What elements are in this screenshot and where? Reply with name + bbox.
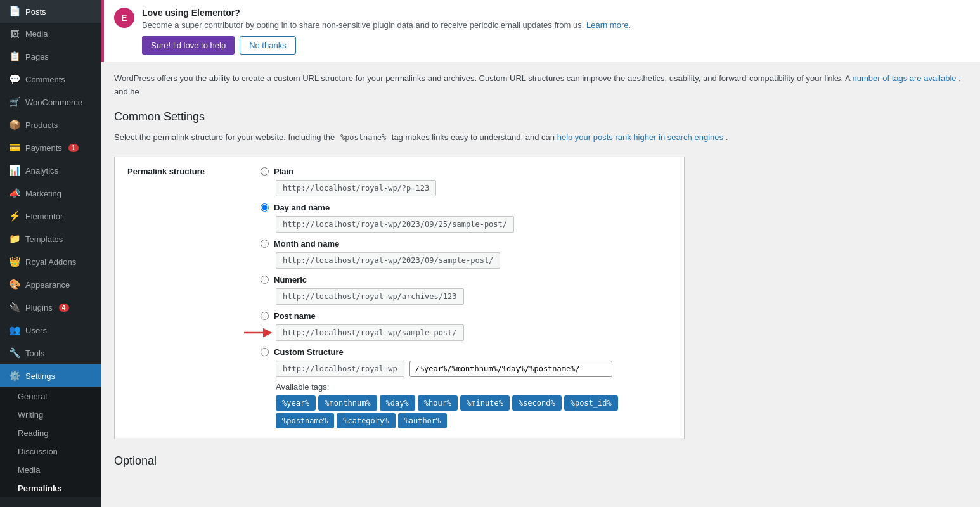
month-name-radio[interactable] <box>261 240 269 248</box>
tags-link[interactable]: number of tags are available <box>852 74 956 83</box>
sidebar-item-media[interactable]: 🖼 Media <box>0 23 101 45</box>
payments-icon: 💳 <box>9 142 20 153</box>
rank-higher-link[interactable]: help your posts rank higher in search en… <box>557 132 723 142</box>
plugins-icon: 🔌 <box>9 302 20 313</box>
available-tags-label: Available tags: <box>276 382 678 392</box>
submenu-permalinks[interactable]: Permalinks <box>0 479 101 497</box>
red-arrow-icon <box>241 323 273 342</box>
custom-url-prefix: http://localhost/royal-wp <box>276 361 404 377</box>
tag-monthnum[interactable]: %monthnum% <box>318 395 377 411</box>
submenu-media[interactable]: Media <box>0 461 101 479</box>
tag-postname[interactable]: %postname% <box>276 413 334 428</box>
sidebar-item-payments[interactable]: 💳 Payments 1 <box>0 136 101 159</box>
submenu-reading[interactable]: Reading <box>0 424 101 442</box>
analytics-icon: 📊 <box>9 165 20 176</box>
sidebar-item-marketing[interactable]: 📣 Marketing <box>0 182 101 205</box>
settings-icon: ⚙️ <box>9 370 20 382</box>
sidebar-item-settings[interactable]: ⚙️ Settings <box>0 364 101 387</box>
content-area: WordPress offers you the ability to crea… <box>101 62 980 485</box>
permalink-options: Plain http://localhost/royal-wp/?p=123 D… <box>254 157 684 438</box>
sidebar-item-woocommerce[interactable]: 🛒 WooCommerce <box>0 91 101 113</box>
elementor-icon: ⚡ <box>9 210 20 222</box>
submenu-discussion[interactable]: Discussion <box>0 442 101 461</box>
sidebar-item-users[interactable]: 👥 Users <box>0 319 101 342</box>
media-icon: 🖼 <box>9 29 20 39</box>
posts-icon: 📄 <box>9 6 20 17</box>
custom-structure-option: Custom Structure <box>261 347 678 357</box>
custom-radio[interactable] <box>261 348 269 356</box>
month-name-option: Month and name <box>261 239 678 248</box>
woocommerce-icon: 🛒 <box>9 96 20 108</box>
permalink-label: Permalink structure <box>115 157 254 438</box>
custom-structure-section: Custom Structure http://localhost/royal-… <box>261 347 678 428</box>
sidebar-item-tools[interactable]: 🔧 Tools <box>0 342 101 364</box>
banner-buttons: Sure! I'd love to help No thanks <box>142 36 631 55</box>
plain-radio[interactable] <box>261 167 269 176</box>
tag-day[interactable]: %day% <box>380 395 415 411</box>
sidebar-item-posts[interactable]: 📄 Posts <box>0 0 101 23</box>
plugins-badge: 4 <box>59 304 69 312</box>
optional-title: Optional <box>114 454 967 468</box>
banner-content: Love using Elementor? Become a super con… <box>142 8 631 55</box>
sidebar-item-analytics[interactable]: 📊 Analytics <box>0 159 101 182</box>
sidebar-item-comments[interactable]: 💬 Comments <box>0 68 101 91</box>
plain-url: http://localhost/royal-wp/?p=123 <box>276 180 436 196</box>
permalink-form: Permalink structure Plain http://localho… <box>114 157 685 439</box>
month-name-url: http://localhost/royal-wp/2023/09/sample… <box>276 252 500 269</box>
no-thanks-button[interactable]: No thanks <box>240 36 296 55</box>
numeric-option: Numeric <box>261 275 678 285</box>
day-name-radio[interactable] <box>261 203 269 212</box>
sub-description: Select the permalink structure for your … <box>114 131 967 144</box>
sidebar-item-pages[interactable]: 📋 Pages <box>0 45 101 68</box>
intro-description: WordPress offers you the ability to crea… <box>114 72 967 99</box>
sidebar-item-appearance[interactable]: 🎨 Appearance <box>0 273 101 296</box>
banner-title: Love using Elementor? <box>142 8 631 18</box>
post-name-label: Post name <box>274 311 316 321</box>
sidebar-item-templates[interactable]: 📁 Templates <box>0 228 101 250</box>
tag-year[interactable]: %year% <box>276 395 316 411</box>
users-icon: 👥 <box>9 324 20 336</box>
numeric-url: http://localhost/royal-wp/archives/123 <box>276 288 464 305</box>
templates-icon: 📁 <box>9 233 20 245</box>
sidebar-item-plugins[interactable]: 🔌 Plugins 4 <box>0 296 101 319</box>
main-content: E Love using Elementor? Become a super c… <box>101 0 980 507</box>
sidebar: 📄 Posts 🖼 Media 📋 Pages 💬 Comments 🛒 Woo… <box>0 0 101 507</box>
post-name-container: Post name <box>261 311 678 341</box>
tools-icon: 🔧 <box>9 347 20 359</box>
post-name-url: http://localhost/royal-wp/sample-post/ <box>276 324 464 341</box>
numeric-radio[interactable] <box>261 276 269 284</box>
month-name-label: Month and name <box>274 239 339 248</box>
learn-more-link[interactable]: Learn more. <box>586 20 631 30</box>
tag-post-id[interactable]: %post_id% <box>564 395 618 411</box>
submenu-general[interactable]: General <box>0 387 101 406</box>
tags-row: %year% %monthnum% %day% %hour% %minute% … <box>276 395 678 428</box>
postname-code: %postname% <box>337 132 389 143</box>
tag-minute[interactable]: %minute% <box>460 395 510 411</box>
marketing-icon: 📣 <box>9 188 20 199</box>
sidebar-item-royal-addons[interactable]: 👑 Royal Addons <box>0 250 101 273</box>
elementor-banner: E Love using Elementor? Become a super c… <box>101 0 980 62</box>
day-name-url: http://localhost/royal-wp/2023/09/25/sam… <box>276 216 514 233</box>
custom-label: Custom Structure <box>274 347 344 357</box>
sure-button[interactable]: Sure! I'd love to help <box>142 36 235 55</box>
banner-description: Become a super contributor by opting in … <box>142 20 631 30</box>
post-name-radio[interactable] <box>261 312 269 320</box>
appearance-icon: 🎨 <box>9 279 20 290</box>
numeric-label: Numeric <box>274 275 307 285</box>
comments-icon: 💬 <box>9 74 20 85</box>
post-name-option: Post name <box>261 311 678 321</box>
elementor-logo: E <box>114 8 134 28</box>
custom-structure-input[interactable] <box>409 361 612 377</box>
sidebar-item-products[interactable]: 📦 Products <box>0 113 101 136</box>
sidebar-item-elementor[interactable]: ⚡ Elementor <box>0 205 101 228</box>
tag-author[interactable]: %author% <box>398 413 448 428</box>
tag-hour[interactable]: %hour% <box>418 395 458 411</box>
day-name-label: Day and name <box>274 203 330 212</box>
settings-submenu: General Writing Reading Discussion Media… <box>0 387 101 497</box>
products-icon: 📦 <box>9 119 20 131</box>
tag-second[interactable]: %second% <box>512 395 562 411</box>
tag-category[interactable]: %category% <box>337 413 395 428</box>
plain-label: Plain <box>274 167 293 176</box>
pages-icon: 📋 <box>9 51 20 62</box>
submenu-writing[interactable]: Writing <box>0 406 101 424</box>
